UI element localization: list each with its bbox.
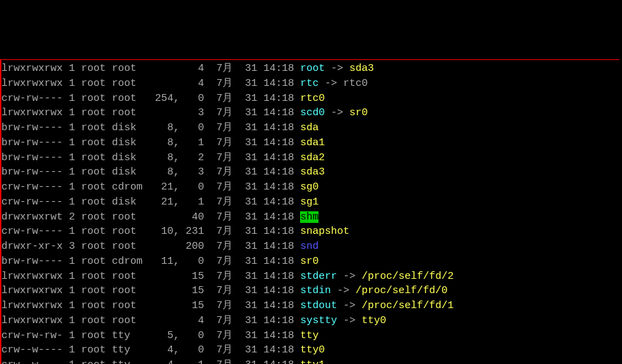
permissions: lrwxrwxrwx <box>1 78 63 89</box>
permissions: crw-rw---- <box>1 93 63 104</box>
size-or-dev: 40 <box>149 211 204 223</box>
permissions: drwxr-xr-x <box>1 241 63 252</box>
owner: root <box>81 256 106 267</box>
month: 7月 <box>210 181 233 193</box>
file-name: sda <box>300 122 319 134</box>
permissions: crw--w---- <box>1 344 63 356</box>
link-count: 1 <box>69 285 75 297</box>
month: 7月 <box>210 344 233 356</box>
day: 31 <box>245 122 257 134</box>
group: tty <box>112 330 143 342</box>
day: 31 <box>245 211 257 223</box>
group: disk <box>112 152 143 164</box>
link-count: 1 <box>69 181 75 193</box>
link-count: 2 <box>69 211 75 223</box>
permissions: crw--w---- <box>1 359 63 364</box>
link-count: 1 <box>69 107 75 119</box>
size-or-dev: 21, 0 <box>149 181 204 193</box>
day: 31 <box>245 181 257 193</box>
time: 14:18 <box>263 241 294 252</box>
listing-row: drwxrwxrwt 2 root root 40 7月 31 14:18 sh… <box>1 210 619 225</box>
month: 7月 <box>210 166 233 178</box>
link-count: 1 <box>69 166 75 178</box>
permissions: lrwxrwxrwx <box>1 300 63 312</box>
month: 7月 <box>210 152 233 164</box>
owner: root <box>81 181 106 193</box>
group: root <box>112 285 143 297</box>
link-count: 1 <box>69 78 75 89</box>
size-or-dev: 15 <box>149 300 204 312</box>
link-count: 1 <box>69 271 75 282</box>
listing-row: drwxr-xr-x 3 root root 200 7月 31 14:18 s… <box>1 239 619 254</box>
day: 31 <box>245 78 257 89</box>
file-name: sda3 <box>300 166 325 178</box>
file-name: tty1 <box>300 359 325 364</box>
file-name: shm <box>300 211 319 223</box>
owner: root <box>81 344 106 356</box>
permissions: lrwxrwxrwx <box>1 285 63 297</box>
symlink-arrow: -> <box>325 63 349 74</box>
permissions: crw-rw---- <box>1 181 63 193</box>
time: 14:18 <box>263 359 294 364</box>
listing-row: brw-rw---- 1 root disk 8, 2 7月 31 14:18 … <box>1 151 619 166</box>
file-name: stdout <box>300 300 337 312</box>
day: 31 <box>245 93 257 104</box>
owner: root <box>81 78 106 89</box>
owner: root <box>81 137 106 149</box>
link-count: 1 <box>69 137 75 149</box>
month: 7月 <box>210 63 233 74</box>
day: 31 <box>245 241 257 252</box>
listing-row: brw-rw---- 1 root disk 8, 0 7月 31 14:18 … <box>1 121 619 136</box>
file-name: tty <box>300 330 319 342</box>
month: 7月 <box>210 78 233 89</box>
listing-row: crw--w---- 1 root tty 4, 0 7月 31 14:18 t… <box>1 343 619 358</box>
day: 31 <box>245 63 257 74</box>
day: 31 <box>245 166 257 178</box>
time: 14:18 <box>263 300 294 312</box>
group: root <box>112 211 143 223</box>
month: 7月 <box>210 315 233 327</box>
day: 31 <box>245 315 257 327</box>
owner: root <box>81 122 106 134</box>
symlink-target: sr0 <box>349 107 368 119</box>
link-count: 1 <box>69 122 75 134</box>
listing-row: brw-rw---- 1 root disk 8, 3 7月 31 14:18 … <box>1 165 619 180</box>
group: disk <box>112 196 143 208</box>
group: root <box>112 226 143 237</box>
permissions: lrwxrwxrwx <box>1 315 63 327</box>
day: 31 <box>245 137 257 149</box>
link-count: 1 <box>69 359 75 364</box>
permissions: brw-rw---- <box>1 122 63 134</box>
listing-row: crw-rw---- 1 root disk 21, 1 7月 31 14:18… <box>1 195 619 210</box>
size-or-dev: 11, 0 <box>149 256 204 267</box>
owner: root <box>81 330 106 342</box>
time: 14:18 <box>263 344 294 356</box>
time: 14:18 <box>263 93 294 104</box>
file-name: rtc0 <box>300 93 325 104</box>
time: 14:18 <box>263 78 294 89</box>
permissions: crw-rw-rw- <box>1 330 63 342</box>
link-count: 1 <box>69 330 75 342</box>
owner: root <box>81 166 106 178</box>
time: 14:18 <box>263 196 294 208</box>
owner: root <box>81 211 106 223</box>
day: 31 <box>245 226 257 237</box>
file-name: snapshot <box>300 226 349 237</box>
symlink-target: rtc0 <box>343 78 368 89</box>
size-or-dev: 10, 231 <box>149 226 204 237</box>
group: root <box>112 271 143 282</box>
file-name: sda2 <box>300 152 325 164</box>
day: 31 <box>245 256 257 267</box>
file-name: rtc <box>300 78 319 89</box>
owner: root <box>81 300 106 312</box>
file-name: scd0 <box>300 107 325 119</box>
owner: root <box>81 196 106 208</box>
month: 7月 <box>210 256 233 267</box>
group: tty <box>112 344 143 356</box>
day: 31 <box>245 330 257 342</box>
size-or-dev: 4, 1 <box>149 359 204 364</box>
file-name: sg0 <box>300 181 319 193</box>
listing-row: lrwxrwxrwx 1 root root 4 7月 31 14:18 roo… <box>1 61 619 76</box>
owner: root <box>81 63 106 74</box>
time: 14:18 <box>263 107 294 119</box>
